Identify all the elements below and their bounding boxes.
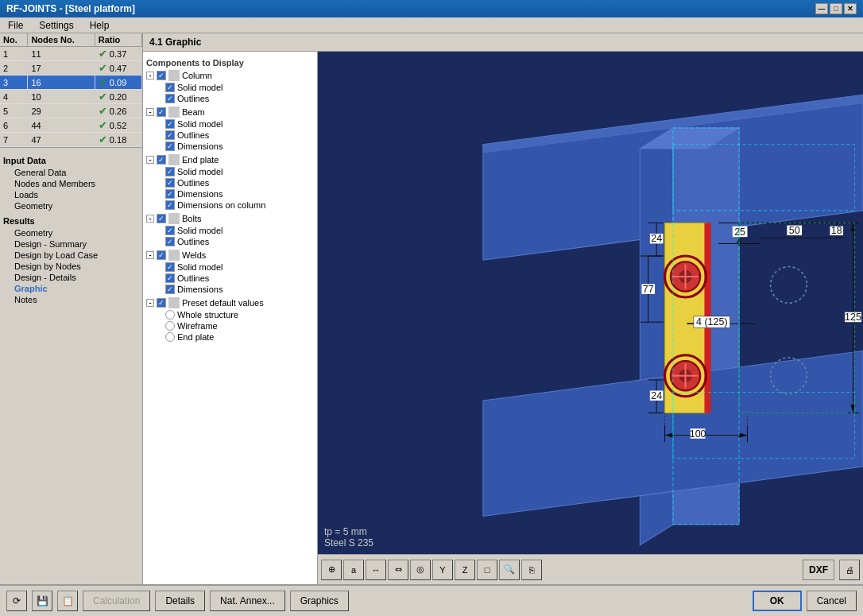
tree-checkbox[interactable]: ✓ [165, 119, 175, 129]
tree-child-item[interactable]: Whole structure [165, 309, 314, 320]
toolbar-btn-1[interactable]: ⊕ [321, 560, 342, 580]
graphics-button[interactable]: Graphics [290, 591, 349, 611]
cancel-button[interactable]: Cancel [807, 591, 857, 611]
tree-checkbox[interactable]: ✓ [165, 94, 175, 103]
tree-radio[interactable] [165, 310, 175, 320]
tree-child-item[interactable]: ✓ Solid model [165, 225, 314, 236]
bottom-icon-1[interactable]: ⟳ [6, 591, 27, 611]
nav-design-by-load-case[interactable]: Design by Load Case [3, 250, 139, 261]
toolbar-btn-3[interactable]: ↔ [366, 560, 386, 580]
tree-child-item[interactable]: End plate [165, 331, 314, 343]
menu-help[interactable]: Help [85, 18, 114, 33]
nat-annex-button[interactable]: Nat. Annex... [210, 591, 285, 611]
bottom-icon-3[interactable]: 📋 [57, 591, 78, 611]
tree-child-item[interactable]: ✓ Dimensions [165, 141, 314, 152]
toolbar-btn-2[interactable]: a [343, 560, 364, 580]
tree-radio[interactable] [165, 321, 175, 331]
tree-group-checkbox[interactable]: ✓ [157, 214, 166, 223]
nav-general-data[interactable]: General Data [3, 167, 139, 178]
nav-loads[interactable]: Loads [3, 189, 139, 200]
tree-checkbox[interactable]: ✓ [165, 200, 175, 210]
tree-group-checkbox[interactable]: ✓ [157, 107, 166, 117]
tree-expand-icon[interactable]: - [146, 215, 154, 223]
bottom-icon-2[interactable]: 💾 [32, 591, 52, 611]
tree-expand-icon[interactable]: - [146, 108, 154, 116]
table-row[interactable]: 7 47 ✔ 0.18 [0, 133, 142, 147]
tree-child-item[interactable]: ✓ Outlines [165, 177, 314, 188]
maximize-button[interactable]: □ [830, 3, 842, 14]
tree-child-item[interactable]: ✓ Solid model [165, 82, 314, 93]
tree-checkbox[interactable]: ✓ [165, 167, 175, 176]
tree-group-checkbox[interactable]: ✓ [157, 71, 166, 80]
tree-child-item[interactable]: ✓ Solid model [165, 118, 314, 130]
tree-checkbox[interactable]: ✓ [165, 226, 175, 235]
tree-child-item[interactable]: ✓ Outlines [165, 236, 314, 247]
tree-child-item[interactable]: ✓ Solid model [165, 166, 314, 177]
table-row[interactable]: 3 16 ✔ 0.09 [0, 76, 142, 90]
menu-settings[interactable]: Settings [34, 18, 78, 33]
tree-checkbox[interactable]: ✓ [165, 237, 175, 246]
tree-child-item[interactable]: ✓ Outlines [165, 273, 314, 284]
tree-child-label: Outlines [177, 94, 209, 103]
nav-geometry-input[interactable]: Geometry [3, 200, 139, 211]
tree-expand-icon[interactable]: - [146, 251, 154, 259]
tree-expand-icon[interactable]: - [146, 299, 154, 307]
tree-group-header[interactable]: - ✓ Welds [146, 249, 314, 262]
close-button[interactable]: ✕ [844, 3, 857, 14]
minimize-button[interactable]: — [815, 3, 828, 14]
tree-checkbox[interactable]: ✓ [165, 178, 175, 188]
toolbar-btn-8[interactable]: □ [477, 560, 497, 580]
tree-child-item[interactable]: ✓ Solid model [165, 262, 314, 273]
tree-group-header[interactable]: - ✓ Column [146, 69, 314, 82]
tree-child-item[interactable]: ✓ Dimensions [165, 188, 314, 200]
toolbar-btn-print[interactable]: 🖨 [839, 560, 860, 580]
nav-notes[interactable]: Notes [3, 294, 139, 305]
toolbar-btn-5[interactable]: ◎ [410, 560, 431, 580]
tree-checkbox[interactable]: ✓ [165, 273, 175, 283]
details-button[interactable]: Details [155, 591, 205, 611]
tree-child-item[interactable]: ✓ Dimensions [165, 284, 314, 295]
tree-checkbox[interactable]: ✓ [165, 130, 175, 140]
nav-design-summary[interactable]: Design - Summary [3, 238, 139, 250]
tree-group-header[interactable]: - ✓ End plate [146, 153, 314, 166]
tree-checkbox[interactable]: ✓ [165, 83, 175, 92]
tree-child-item[interactable]: ✓ Dimensions on column [165, 200, 314, 211]
tree-checkbox[interactable]: ✓ [165, 141, 175, 151]
tree-children: ✓ Solid model ✓ Outlines ✓ Dimensions [146, 262, 314, 295]
nav-nodes-members[interactable]: Nodes and Members [3, 178, 139, 189]
toolbar-btn-4[interactable]: ⇔ [388, 560, 408, 580]
tree-radio[interactable] [165, 332, 175, 342]
tree-checkbox[interactable]: ✓ [165, 262, 175, 272]
nav-design-details[interactable]: Design - Details [3, 272, 139, 283]
tree-group-header[interactable]: - ✓ Preset default values [146, 296, 314, 309]
tree-child-item[interactable]: Wireframe [165, 320, 314, 331]
nav-section: Input Data General Data Nodes and Member… [0, 148, 142, 584]
table-row[interactable]: 6 44 ✔ 0.52 [0, 118, 142, 133]
dxf-button[interactable]: DXF [803, 560, 834, 580]
toolbar-btn-7[interactable]: Z [455, 560, 475, 580]
tree-group-checkbox[interactable]: ✓ [157, 298, 166, 308]
table-row[interactable]: 5 29 ✔ 0.26 [0, 104, 142, 118]
calculation-button[interactable]: Calculation [83, 591, 150, 611]
tree-checkbox[interactable]: ✓ [165, 189, 175, 199]
tree-group-header[interactable]: - ✓ Beam [146, 106, 314, 118]
ok-button[interactable]: OK [753, 591, 802, 611]
tree-group-checkbox[interactable]: ✓ [157, 250, 166, 260]
tree-expand-icon[interactable]: - [146, 156, 154, 164]
tree-child-item[interactable]: ✓ Outlines [165, 130, 314, 141]
nav-geometry-result[interactable]: Geometry [3, 227, 139, 238]
toolbar-btn-9[interactable]: 🔍 [499, 560, 520, 580]
menu-file[interactable]: File [3, 18, 28, 33]
tree-checkbox[interactable]: ✓ [165, 285, 175, 294]
toolbar-btn-6[interactable]: Y [432, 560, 453, 580]
nav-design-by-nodes[interactable]: Design by Nodes [3, 261, 139, 272]
nav-graphic[interactable]: Graphic [3, 283, 139, 294]
tree-expand-icon[interactable]: - [146, 72, 154, 79]
tree-group-header[interactable]: - ✓ Bolts [146, 212, 314, 225]
toolbar-btn-10[interactable]: ⎘ [521, 560, 542, 580]
table-row[interactable]: 4 10 ✔ 0.20 [0, 90, 142, 104]
table-row[interactable]: 1 11 ✔ 0.37 [0, 47, 142, 61]
table-row[interactable]: 2 17 ✔ 0.47 [0, 61, 142, 76]
tree-child-item[interactable]: ✓ Outlines [165, 93, 314, 104]
tree-group-checkbox[interactable]: ✓ [157, 155, 166, 165]
